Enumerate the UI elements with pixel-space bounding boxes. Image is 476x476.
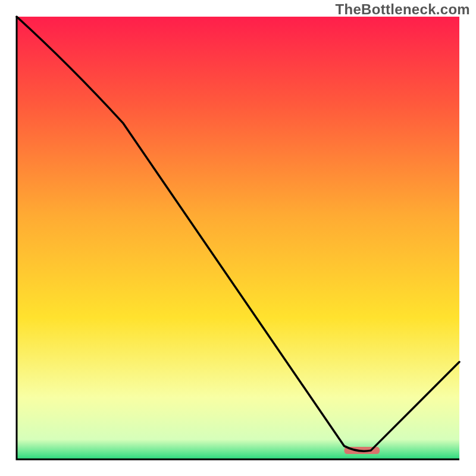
- bottleneck-chart: [0, 0, 476, 476]
- chart-stage: TheBottleneck.com: [0, 0, 476, 476]
- plot-background: [17, 17, 459, 459]
- watermark-text: TheBottleneck.com: [336, 1, 470, 18]
